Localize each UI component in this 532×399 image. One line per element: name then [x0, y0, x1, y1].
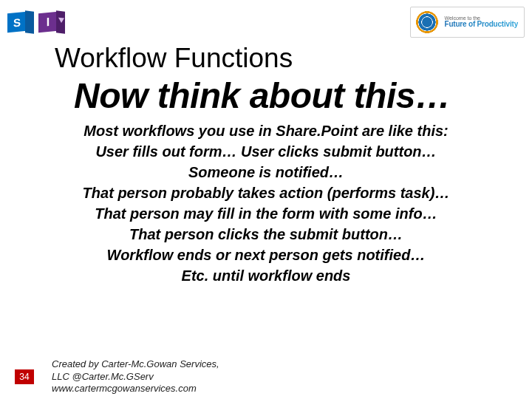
body-line: User fills out form… User clicks submit … [44, 141, 488, 162]
slide-body: Most workflows you use in Share.Point ar… [0, 120, 532, 286]
body-line: Etc. until workflow ends [44, 265, 488, 286]
body-line: That person may fill in the form with so… [44, 203, 488, 224]
productivity-logo: Welcome to the Future of Productivity [410, 7, 525, 38]
sharepoint-icon: S [7, 11, 34, 33]
page-number: 34 [15, 369, 34, 384]
slide-title: Workflow Functions [0, 40, 532, 74]
body-line: That person clicks the submit button… [44, 224, 488, 245]
sharepoint-letter: S [7, 12, 27, 33]
slide-subtitle: Now think about this… [0, 74, 532, 120]
body-line: Most workflows you use in Share.Point ar… [44, 120, 488, 141]
credit-line: LLC @Carter.Mc.GServ [52, 371, 219, 383]
slide-header: S I Welcome to the Future of Productivit… [0, 0, 532, 40]
credits: Created by Carter-Mc.Gowan Services, LLC… [52, 358, 219, 395]
app-icons: S I [7, 11, 65, 33]
slide-footer: 34 Created by Carter-Mc.Gowan Services, … [0, 358, 219, 395]
body-line: That person probably takes action (perfo… [44, 183, 488, 203]
infopath-icon: I [38, 11, 65, 33]
body-line: Someone is notified… [44, 162, 488, 183]
circle-logo-icon [414, 9, 440, 35]
logo-tagline: Future of Productivity [445, 21, 519, 29]
credit-line: www.cartermcgowanservices.com [52, 383, 219, 395]
body-line: Workflow ends or next person gets notifi… [44, 245, 488, 265]
infopath-letter: I [38, 12, 58, 33]
credit-line: Created by Carter-Mc.Gowan Services, [52, 358, 219, 370]
